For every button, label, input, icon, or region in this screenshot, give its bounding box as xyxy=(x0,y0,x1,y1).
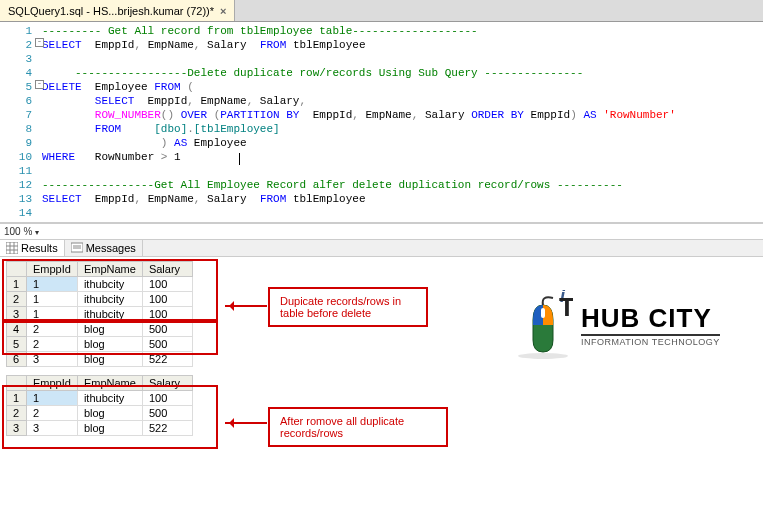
result-tabs: Results Messages xyxy=(0,239,763,257)
code-area[interactable]: --------- Get All record from tblEmploye… xyxy=(38,22,763,222)
svg-point-8 xyxy=(518,353,568,359)
code-line: ) AS Employee xyxy=(42,136,759,150)
svg-rect-0 xyxy=(6,242,18,254)
code-line xyxy=(42,206,759,220)
table-header-row: EmppId EmpName Salary xyxy=(7,262,193,277)
col-header[interactable]: EmppId xyxy=(27,376,78,391)
table-header-row: EmppId EmpName Salary xyxy=(7,376,193,391)
annotation-callout-after: After romove all duplicate records/rows xyxy=(268,407,448,447)
svg-text:T: T xyxy=(559,292,573,322)
logo: i T HUB CITY INFORMATION TECHNOLOGY xyxy=(513,290,743,360)
results-grid-before[interactable]: EmppId EmpName Salary 11ithubcity100 21i… xyxy=(6,261,193,367)
corner-cell xyxy=(7,376,27,391)
code-line: --------- Get All record from tblEmploye… xyxy=(42,24,759,38)
code-line: -DELETE Employee FROM ( xyxy=(42,80,759,94)
code-line: FROM [dbo].[tblEmployee] xyxy=(42,122,759,136)
table-row: 21ithubcity100 xyxy=(7,292,193,307)
line-gutter: 1234567891011121314 xyxy=(0,22,38,222)
table-row: 52blog500 xyxy=(7,337,193,352)
grid-icon xyxy=(6,242,18,254)
mouse-icon: i T xyxy=(513,290,573,360)
col-header[interactable]: EmpName xyxy=(77,262,142,277)
col-header[interactable]: Salary xyxy=(142,262,192,277)
code-line xyxy=(42,52,759,66)
tab-title: SQLQuery1.sql - HS...brijesh.kumar (72))… xyxy=(8,5,214,17)
tab-bar: SQLQuery1.sql - HS...brijesh.kumar (72))… xyxy=(0,0,763,22)
col-header[interactable]: EmppId xyxy=(27,262,78,277)
logo-subtitle: INFORMATION TECHNOLOGY xyxy=(581,334,720,347)
messages-icon xyxy=(71,242,83,254)
code-line: SELECT EmppId, EmpName, Salary, xyxy=(42,94,759,108)
table-row: 42blog500 xyxy=(7,322,193,337)
table-row: 11ithubcity100 xyxy=(7,391,193,406)
code-line: ROW_NUMBER() OVER (PARTITION BY EmppId, … xyxy=(42,108,759,122)
code-line xyxy=(42,164,759,178)
annotation-arrow xyxy=(225,422,267,424)
tab-messages[interactable]: Messages xyxy=(65,240,143,256)
table-row: 11ithubcity100 xyxy=(7,277,193,292)
code-editor[interactable]: 1234567891011121314 --------- Get All re… xyxy=(0,22,763,223)
code-line: SELECT EmppId, EmpName, Salary FROM tblE… xyxy=(42,192,759,206)
svg-rect-9 xyxy=(541,308,545,318)
close-icon[interactable]: × xyxy=(220,5,226,17)
code-line: WHERE RowNumber > 1 xyxy=(42,150,759,164)
code-line: -----------------Get All Employee Record… xyxy=(42,178,759,192)
logo-title: HUB CITY xyxy=(581,303,720,334)
col-header[interactable]: EmpName xyxy=(77,376,142,391)
annotation-arrow xyxy=(225,305,267,307)
results-grid-after[interactable]: EmppId EmpName Salary 11ithubcity100 22b… xyxy=(6,375,193,436)
table-row: 22blog500 xyxy=(7,406,193,421)
collapse-icon[interactable]: - xyxy=(35,80,44,89)
zoom-indicator[interactable]: 100 % ▾ xyxy=(0,223,763,239)
tab-results[interactable]: Results xyxy=(0,240,65,256)
code-line: -----------------Delete duplicate row/re… xyxy=(42,66,759,80)
collapse-icon[interactable]: - xyxy=(35,38,44,47)
code-line: -SELECT EmppId, EmpName, Salary FROM tbl… xyxy=(42,38,759,52)
table-row: 33blog522 xyxy=(7,421,193,436)
table-row: 63blog522 xyxy=(7,352,193,367)
annotation-callout-before: Dupicate records/rows in table before de… xyxy=(268,287,428,327)
corner-cell xyxy=(7,262,27,277)
table-row: 31ithubcity100 xyxy=(7,307,193,322)
col-header[interactable]: Salary xyxy=(142,376,192,391)
file-tab[interactable]: SQLQuery1.sql - HS...brijesh.kumar (72))… xyxy=(0,0,235,21)
